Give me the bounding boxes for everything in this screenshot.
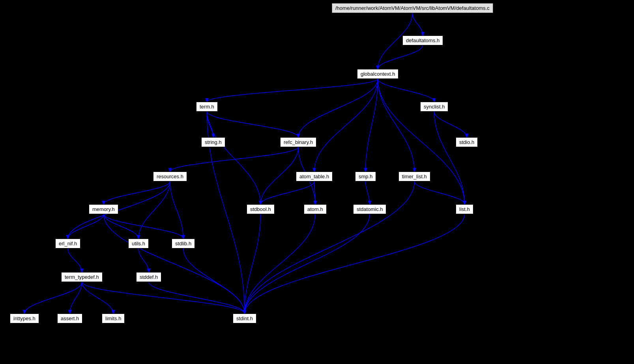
arrow-source_file-defaultatoms_h [413,13,423,35]
node-inttypes_h: inttypes.h [10,314,39,323]
arrow-list_h-stdint_h [245,214,465,314]
node-refc_binary_h: refc_binary.h [280,137,316,147]
arrow-term_h-refc_binary_h [207,112,299,137]
node-globalcontext_h: globalcontext.h [357,69,398,79]
node-list_h: list.h [456,204,473,214]
arrow-globalcontext_h-refc_binary_h [298,79,378,137]
dependency-graph [0,0,634,364]
arrow-globalcontext_h-synclist_h [378,79,434,102]
node-memory_h: memory.h [89,204,118,214]
node-defaultatoms_h: defaultatoms.h [402,35,443,45]
arrow-term_typedef_h-stdint_h [82,282,245,314]
arrow-term_h-stdbool_h [207,112,261,204]
arrow-atom_table_h-stdbool_h [261,181,314,204]
node-utils_h: utils.h [128,239,149,248]
node-atom_h: atom.h [304,204,327,214]
arrow-term_typedef_h-assert_h [70,282,82,314]
node-stddef_h: stddef.h [136,272,161,282]
arrow-smp_h-stdatomic_h [366,181,370,204]
arrow-memory_h-stdlib_h [104,214,183,239]
node-stdlib_h: stdlib.h [172,239,195,248]
arrow-memory_h-erl_nif_h [68,214,104,239]
arrow-globalcontext_h-smp_h [366,79,378,172]
arrow-synclist_h-stdio_h [434,112,467,137]
arrow-term_typedef_h-inttypes_h [24,282,82,314]
node-erl_nif_h: erl_nif.h [55,239,80,248]
node-stdbool_h: stdbool.h [247,204,275,214]
node-stdint_h: stdint.h [233,314,256,323]
node-limits_h: limits.h [102,314,125,323]
arrow-globalcontext_h-list_h [378,79,465,204]
node-term_typedef_h: term_typedef.h [61,272,103,282]
arrow-timer_list_h-list_h [415,181,465,204]
arrow-atom_table_h-atom_h [314,181,316,204]
arrow-defaultatoms_h-globalcontext_h [378,45,423,69]
arrow-resources_h-erl_nif_h [68,181,170,239]
arrow-stdbool_h-stdint_h [245,214,261,314]
node-stdatomic_h: stdatomic.h [353,204,386,214]
arrow-stdlib_h-stdint_h [183,248,245,314]
arrow-memory_h-utils_h [104,214,139,239]
node-string_h: string.h [201,137,225,147]
node-source_file: /home/runner/work/AtomVM/AtomVM/src/libA… [332,3,493,13]
node-assert_h: assert.h [57,314,82,323]
node-atom_table_h: atom_table.h [296,172,333,181]
node-synclist_h: synclist.h [420,102,448,112]
arrow-globalcontext_h-timer_list_h [378,79,415,172]
arrow-resources_h-memory_h [104,181,170,204]
arrow-memory_h-stdint_h [104,214,245,314]
arrow-resources_h-stdlib_h [170,181,183,239]
arrow-stdatomic_h-stdint_h [245,214,370,314]
arrow-refc_binary_h-resources_h [170,147,298,172]
arrow-term_typedef_h-limits_h [82,282,114,314]
node-resources_h: resources.h [153,172,187,181]
arrow-globalcontext_h-term_h [207,79,378,102]
arrow-synclist_h-list_h [434,112,465,204]
arrow-timer_list_h-stdint_h [245,181,415,314]
arrow-erl_nif_h-term_typedef_h [68,248,82,272]
node-term_h: term.h [196,102,218,112]
node-timer_list_h: timer_list.h [398,172,430,181]
node-stdio_h: stdio.h [456,137,478,147]
node-smp_h: smp.h [355,172,376,181]
